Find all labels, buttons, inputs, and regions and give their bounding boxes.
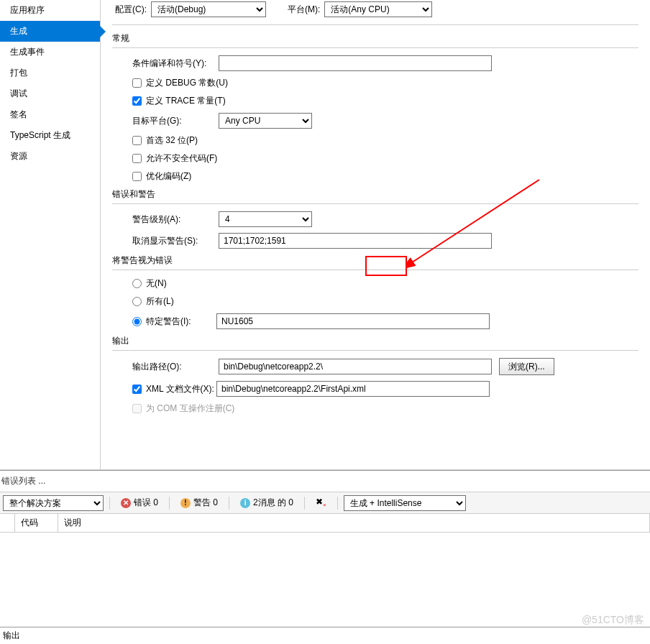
content-area: 配置(C): 活动(Debug) 平台(M): 活动(Any CPU) 常规 条…: [101, 0, 650, 469]
config-label: 配置(C):: [115, 4, 147, 16]
platform-select[interactable]: 活动(Any CPU): [324, 1, 432, 17]
treat-none-radio[interactable]: [132, 279, 142, 288]
sidebar-item-build-events[interactable]: 生成事件: [0, 42, 100, 63]
xml-doc-checkbox[interactable]: [132, 385, 142, 394]
divider: [112, 270, 638, 270]
suppress-warnings-input[interactable]: [219, 233, 492, 249]
divider: [229, 497, 229, 510]
warning-icon: !: [180, 498, 191, 508]
output-path-label: 输出路径(O):: [132, 361, 219, 373]
divider: [112, 350, 638, 351]
treat-all-label: 所有(L): [146, 295, 174, 308]
sidebar: 应用程序 生成 生成事件 打包 调试 签名 TypeScript 生成 资源: [0, 0, 101, 469]
messages-filter-button[interactable]: i 2消息 的 0: [235, 494, 298, 511]
prefer-32-checkbox[interactable]: [132, 136, 142, 145]
define-trace-label: 定义 TRACE 常量(T): [146, 95, 226, 107]
warning-level-select[interactable]: 4: [219, 211, 312, 227]
sidebar-item-package[interactable]: 打包: [0, 63, 100, 83]
optimize-label: 优化编码(Z): [146, 170, 191, 183]
table-header-desc[interactable]: 说明: [58, 514, 650, 533]
prefer-32-label: 首选 32 位(P): [146, 134, 198, 147]
sidebar-item-build[interactable]: 生成: [0, 21, 100, 42]
conditional-symbols-label: 条件编译和符号(Y):: [132, 58, 219, 70]
sidebar-item-resources[interactable]: 资源: [0, 146, 100, 167]
treat-all-radio[interactable]: [132, 297, 142, 306]
error-list-title: 错误列表 ...: [0, 474, 650, 492]
com-register-checkbox: [132, 404, 142, 413]
error-mode-select[interactable]: 生成 + IntelliSense: [344, 495, 466, 511]
clear-filter-button[interactable]: ✖×: [311, 494, 331, 510]
filter-clear-icon: ✖×: [316, 497, 326, 508]
com-register-label: 为 COM 互操作注册(C): [146, 402, 234, 415]
browse-button[interactable]: 浏览(R)...: [499, 358, 554, 375]
section-general: 常规: [112, 32, 638, 45]
table-header-icon[interactable]: [0, 514, 14, 533]
table-header-code[interactable]: 代码: [14, 514, 58, 533]
messages-count-label: 2消息 的 0: [253, 497, 293, 509]
xml-doc-label: XML 文档文件(X):: [146, 383, 216, 395]
error-scope-select[interactable]: 整个解决方案: [3, 495, 104, 511]
errors-filter-button[interactable]: ✕ 错误 0: [116, 494, 163, 511]
treat-specific-radio[interactable]: [132, 317, 142, 326]
divider: [337, 497, 338, 510]
define-trace-checkbox[interactable]: [132, 96, 142, 106]
config-select[interactable]: 活动(Debug): [151, 1, 266, 17]
target-platform-label: 目标平台(G):: [132, 115, 219, 127]
output-panel-title: 输出: [0, 627, 650, 644]
divider: [169, 497, 170, 510]
sidebar-item-app[interactable]: 应用程序: [0, 0, 100, 21]
optimize-checkbox[interactable]: [132, 172, 142, 181]
section-treat-as-errors: 将警告视为错误: [112, 254, 638, 267]
define-debug-checkbox[interactable]: [132, 78, 142, 88]
watermark: @51CTO博客: [582, 614, 644, 627]
suppress-warnings-label: 取消显示警告(S):: [132, 235, 219, 247]
error-icon: ✕: [121, 498, 131, 508]
define-debug-label: 定义 DEBUG 常数(U): [146, 77, 228, 89]
allow-unsafe-checkbox[interactable]: [132, 154, 142, 163]
section-errors-warnings: 错误和警告: [112, 188, 638, 201]
conditional-symbols-input[interactable]: [219, 55, 492, 71]
xml-doc-input[interactable]: [216, 381, 490, 397]
warning-level-label: 警告级别(A):: [132, 213, 219, 226]
sidebar-item-typescript[interactable]: TypeScript 生成: [0, 125, 100, 146]
error-table: 代码 说明: [0, 514, 650, 533]
allow-unsafe-label: 允许不安全代码(F): [146, 152, 217, 165]
target-platform-select[interactable]: Any CPU: [219, 113, 312, 129]
info-icon: i: [240, 498, 250, 508]
treat-none-label: 无(N): [146, 277, 167, 290]
errors-count-label: 错误 0: [134, 497, 158, 509]
sidebar-item-debug[interactable]: 调试: [0, 83, 100, 104]
divider: [112, 203, 638, 204]
platform-label: 平台(M):: [288, 4, 320, 16]
sidebar-item-sign[interactable]: 签名: [0, 104, 100, 125]
section-output: 输出: [112, 335, 638, 347]
divider: [109, 497, 110, 510]
warnings-filter-button[interactable]: ! 警告 0: [175, 494, 223, 511]
divider: [304, 497, 305, 510]
divider: [112, 47, 638, 48]
warnings-count-label: 警告 0: [193, 497, 218, 509]
error-list-panel: 错误列表 ... 整个解决方案 ✕ 错误 0 ! 警告 0 i 2消息 的 0 …: [0, 470, 650, 533]
output-path-input[interactable]: [219, 359, 492, 374]
treat-specific-input[interactable]: [216, 313, 490, 329]
treat-specific-label: 特定警告(I):: [146, 316, 216, 328]
